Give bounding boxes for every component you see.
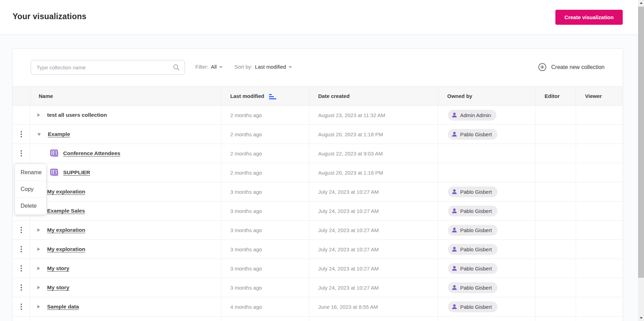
name-cell: My story	[30, 259, 221, 278]
person-icon	[451, 189, 458, 195]
name-cell: SUPPLIER	[30, 163, 221, 182]
create-collection-label: Create new collection	[551, 64, 605, 70]
name-cell: Conference Attendees	[30, 144, 221, 163]
sort-dropdown[interactable]: Sort by: Last modified	[234, 64, 292, 70]
row-context-menu: Rename Copy Delete	[15, 164, 46, 215]
row-name-link[interactable]: My exploration	[47, 246, 85, 252]
expander-triangle-icon[interactable]	[37, 267, 40, 270]
viewer-cell	[576, 182, 623, 201]
scrollbar-thumb[interactable]	[638, 7, 644, 278]
owner-cell: Pablo Gisbert	[438, 201, 536, 221]
scroll-up-button[interactable]	[638, 0, 644, 6]
row-name-link[interactable]: My exploration	[47, 189, 85, 195]
row-menu-cell	[13, 259, 30, 278]
person-icon	[451, 227, 458, 234]
last-modified-cell: 3 months ago	[221, 278, 309, 297]
person-icon	[451, 284, 458, 291]
table-row: My exploration 3 months ago July 24, 202…	[13, 182, 623, 201]
expander-triangle-icon[interactable]	[37, 305, 40, 308]
header-last-modified[interactable]: Last modified	[221, 87, 309, 106]
scroll-down-button[interactable]	[638, 315, 644, 321]
owner-badge: Admin Admin	[448, 110, 496, 121]
search-input[interactable]	[31, 60, 185, 75]
row-kebab-menu-button[interactable]	[17, 129, 25, 139]
search-field-wrap	[31, 60, 185, 75]
name-cell: My exploration	[30, 221, 221, 240]
row-menu-cell	[13, 297, 30, 316]
person-icon	[451, 246, 458, 253]
owner-name: Pablo Gisbert	[460, 246, 492, 252]
owner-name: Admin Admin	[460, 112, 491, 118]
row-kebab-menu-button[interactable]	[17, 244, 25, 254]
owner-badge: Pablo Gisbert	[448, 186, 497, 197]
table-row: Example 2 months ago August 20, 2023 at …	[13, 125, 623, 144]
row-name-link[interactable]: My exploration	[47, 227, 85, 233]
sort-bars-icon	[269, 94, 276, 99]
viewer-cell	[576, 125, 623, 144]
table-row: My story 3 months ago July 24, 2023 at 1…	[13, 259, 623, 278]
scrollbar[interactable]	[638, 0, 644, 321]
expander-triangle-icon[interactable]	[37, 286, 40, 289]
arrow-up-icon	[640, 2, 643, 4]
expander-triangle-icon[interactable]	[37, 247, 40, 251]
name-cell: My exploration	[30, 240, 221, 259]
date-created-cell: July 24, 2023 at 10:27 AM	[309, 221, 438, 240]
last-modified-cell: 3 months ago	[221, 240, 309, 259]
editor-cell	[536, 259, 576, 278]
sort-value: Last modified	[255, 64, 286, 70]
header-name: Name	[30, 87, 221, 106]
menu-item-delete[interactable]: Delete	[15, 198, 46, 214]
arrow-down-icon	[640, 317, 643, 319]
editor-cell	[536, 201, 576, 221]
partial-next-row	[13, 316, 623, 321]
date-created-cell: August 23, 2023 at 11:32 AM	[309, 106, 438, 125]
row-name-link[interactable]: test all users collection	[47, 112, 107, 118]
row-kebab-menu-button[interactable]	[17, 282, 25, 293]
expander-triangle-icon[interactable]	[37, 228, 40, 232]
table-row: test all users collection 2 months ago A…	[13, 106, 623, 125]
header-menu-column	[13, 87, 30, 106]
row-kebab-menu-button[interactable]	[17, 301, 25, 312]
row-kebab-menu-button[interactable]	[17, 225, 25, 235]
menu-item-rename[interactable]: Rename	[15, 164, 46, 181]
row-name-link[interactable]: Example	[48, 131, 70, 137]
table-row: Sample data 4 months ago June 16, 2023 a…	[13, 297, 623, 316]
person-icon	[451, 208, 458, 214]
row-name-link[interactable]: Conference Attendees	[63, 150, 120, 156]
date-created-cell: July 24, 2023 at 10:27 AM	[309, 259, 438, 278]
create-visualization-button[interactable]: Create visualization	[555, 10, 623, 25]
table-body: test all users collection 2 months ago A…	[13, 106, 623, 316]
expander-triangle-icon[interactable]	[37, 133, 41, 136]
editor-cell	[536, 106, 576, 125]
row-name-link[interactable]: My story	[47, 265, 69, 272]
owner-cell: Pablo Gisbert	[438, 259, 536, 278]
row-kebab-menu-button[interactable]	[17, 263, 25, 274]
editor-cell	[536, 240, 576, 259]
editor-cell	[536, 125, 576, 144]
menu-item-copy[interactable]: Copy	[15, 181, 46, 198]
last-modified-cell: 2 months ago	[221, 125, 309, 144]
row-name-link[interactable]: Example Sales	[47, 208, 85, 214]
name-cell: Example	[30, 125, 221, 144]
row-name-link[interactable]: SUPPLIER	[63, 169, 90, 176]
editor-cell	[536, 182, 576, 201]
viewer-cell	[576, 297, 623, 316]
row-menu-cell	[13, 125, 30, 144]
row-name-link[interactable]: Sample data	[47, 304, 79, 310]
row-kebab-menu-button[interactable]	[17, 148, 25, 159]
expander-triangle-icon[interactable]	[37, 113, 40, 117]
page-title: Your visualizations	[13, 12, 87, 21]
filter-dropdown[interactable]: Filter: All	[195, 64, 223, 70]
name-cell: test all users collection	[30, 106, 221, 125]
create-new-collection-button[interactable]: Create new collection	[538, 63, 605, 71]
viewer-cell	[576, 278, 623, 297]
owner-cell: Pablo Gisbert	[438, 240, 536, 259]
viewer-cell	[576, 259, 623, 278]
row-name-link[interactable]: My story	[47, 284, 69, 291]
owner-name: Pablo Gisbert	[460, 266, 492, 272]
owner-badge: Pablo Gisbert	[448, 301, 497, 312]
table-row: My exploration 3 months ago July 24, 202…	[13, 240, 623, 259]
table-row: Example Sales 3 months ago July 24, 2023…	[13, 201, 623, 221]
owner-name: Pablo Gisbert	[460, 304, 492, 310]
row-menu-cell	[13, 278, 30, 297]
